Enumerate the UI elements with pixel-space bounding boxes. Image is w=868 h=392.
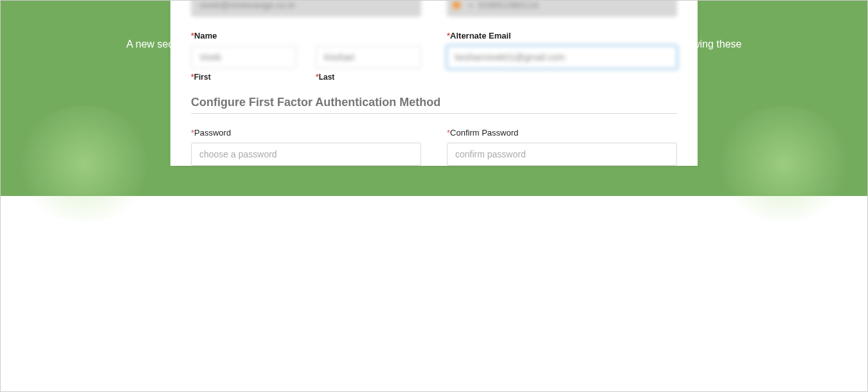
decor-blob-left bbox=[14, 106, 155, 222]
first-name-field[interactable] bbox=[191, 46, 296, 69]
registration-card: 1 User Basic Information 2 3 User Detail… bbox=[170, 0, 698, 166]
confirm-password-field[interactable] bbox=[447, 143, 677, 166]
username-field bbox=[191, 0, 421, 17]
name-label: *Name bbox=[191, 31, 421, 40]
decor-blob-right bbox=[713, 106, 854, 222]
last-name-sublabel: *Last bbox=[316, 73, 421, 82]
confirm-password-label: *Confirm Password bbox=[447, 128, 677, 138]
last-name-field[interactable] bbox=[316, 46, 421, 69]
alternate-email-field[interactable] bbox=[447, 46, 677, 69]
section-first-factor: Configure First Factor Authentication Me… bbox=[191, 96, 677, 114]
password-field[interactable] bbox=[191, 143, 421, 166]
alt-email-label: *Alternate Email bbox=[447, 31, 677, 40]
phone-field bbox=[447, 0, 677, 17]
first-name-sublabel: *First bbox=[191, 73, 296, 82]
password-label: *Password bbox=[191, 128, 421, 138]
